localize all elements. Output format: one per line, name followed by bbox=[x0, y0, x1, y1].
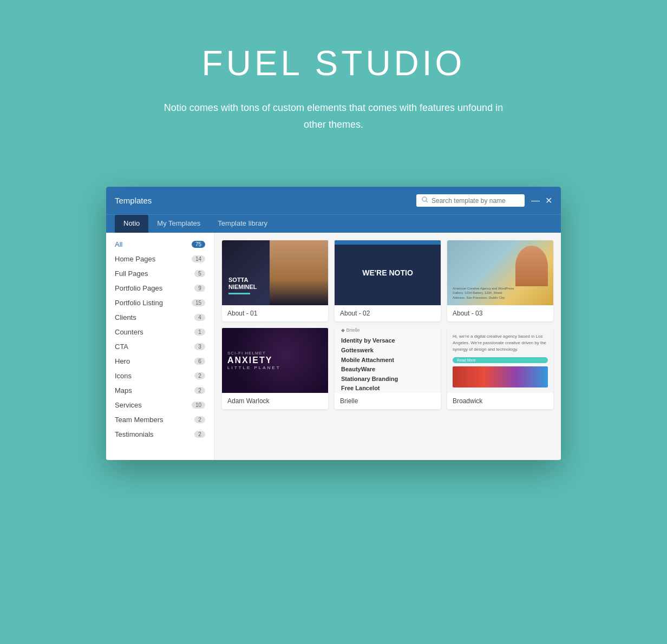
sidebar-item-all[interactable]: All75 bbox=[106, 237, 214, 252]
thumb-text-overlay: SOTTANIEMINEL bbox=[228, 277, 257, 294]
template-thumb-brielle: ◆ Brielle Identity by Versace Gotteswerk… bbox=[335, 328, 441, 393]
modal-title: Templates bbox=[115, 196, 152, 205]
sidebar-item-portfolio-listing[interactable]: Portfolio Listing15 bbox=[106, 295, 214, 310]
template-label-about-02: About - 02 bbox=[335, 305, 441, 321]
sidebar-item-hero[interactable]: Hero6 bbox=[106, 354, 214, 369]
template-thumb-broadwick: Hi, we're a digital creative agency base… bbox=[447, 328, 553, 393]
templates-modal: Templates — ✕ Notio My Templates bbox=[106, 187, 561, 460]
sidebar-item-testimonials[interactable]: Testimonials2 bbox=[106, 427, 214, 442]
template-thumb-about-02: WE'RE NOTIO bbox=[335, 240, 441, 305]
sidebar-item-full-pages[interactable]: Full Pages5 bbox=[106, 266, 214, 281]
template-label-about-01: About - 01 bbox=[222, 305, 328, 321]
tab-my-templates[interactable]: My Templates bbox=[148, 215, 209, 233]
modal-header: Templates — ✕ bbox=[106, 187, 561, 214]
modal-tabs: Notio My Templates Template library bbox=[106, 214, 561, 233]
template-grid: SOTTANIEMINEL About - 01 WE'RE NOTIO Abo… bbox=[214, 233, 561, 460]
hero-title: FUEL STUDIO bbox=[202, 43, 466, 83]
sidebar-item-counters[interactable]: Counters1 bbox=[106, 325, 214, 339]
template-thumb-about-01: SOTTANIEMINEL bbox=[222, 240, 328, 305]
modal-body: All75Home Pages14Full Pages5Portfolio Pa… bbox=[106, 233, 561, 460]
template-thumb-about-03: American Creative Agency and WordPress G… bbox=[447, 240, 553, 305]
sidebar-item-maps[interactable]: Maps2 bbox=[106, 383, 214, 398]
template-card-about-03[interactable]: American Creative Agency and WordPress G… bbox=[447, 240, 553, 321]
search-input[interactable] bbox=[431, 197, 519, 205]
template-card-adam-warlock[interactable]: SCI-FI HELMET ANXIETY LITTLE PLANET Adam… bbox=[222, 328, 328, 409]
sidebar-item-home-pages[interactable]: Home Pages14 bbox=[106, 252, 214, 266]
close-button[interactable]: ✕ bbox=[545, 195, 552, 206]
tab-template-library[interactable]: Template library bbox=[209, 215, 276, 233]
tab-notio[interactable]: Notio bbox=[115, 215, 148, 233]
template-label-about-03: About - 03 bbox=[447, 305, 553, 321]
svg-line-1 bbox=[426, 201, 428, 202]
search-icon bbox=[422, 196, 428, 205]
svg-point-0 bbox=[422, 197, 427, 201]
template-card-about-01[interactable]: SOTTANIEMINEL About - 01 bbox=[222, 240, 328, 321]
sidebar-item-team-members[interactable]: Team Members2 bbox=[106, 412, 214, 427]
sidebar: All75Home Pages14Full Pages5Portfolio Pa… bbox=[106, 233, 214, 460]
search-box[interactable] bbox=[416, 194, 525, 207]
hero-section: FUEL STUDIO Notio comes with tons of cus… bbox=[0, 0, 667, 165]
template-label-adam-warlock: Adam Warlock bbox=[222, 393, 328, 409]
sidebar-item-services[interactable]: Services10 bbox=[106, 398, 214, 412]
template-label-brielle: Brielle bbox=[335, 393, 441, 409]
template-card-about-02[interactable]: WE'RE NOTIO About - 02 bbox=[335, 240, 441, 321]
sidebar-item-clients[interactable]: Clients4 bbox=[106, 310, 214, 325]
sidebar-item-icons[interactable]: Icons2 bbox=[106, 369, 214, 383]
template-card-broadwick[interactable]: Hi, we're a digital creative agency base… bbox=[447, 328, 553, 409]
template-label-broadwick: Broadwick bbox=[447, 393, 553, 409]
modal-controls: — ✕ bbox=[531, 195, 552, 206]
sidebar-item-cta[interactable]: CTA3 bbox=[106, 339, 214, 354]
template-card-brielle[interactable]: ◆ Brielle Identity by Versace Gotteswerk… bbox=[335, 328, 441, 409]
modal-header-right: — ✕ bbox=[416, 194, 552, 207]
minimize-button[interactable]: — bbox=[531, 196, 540, 206]
template-thumb-adam-warlock: SCI-FI HELMET ANXIETY LITTLE PLANET bbox=[222, 328, 328, 393]
hero-subtitle: Notio comes with tons of custom elements… bbox=[160, 100, 507, 133]
sidebar-item-portfolio-pages[interactable]: Portfolio Pages9 bbox=[106, 281, 214, 295]
